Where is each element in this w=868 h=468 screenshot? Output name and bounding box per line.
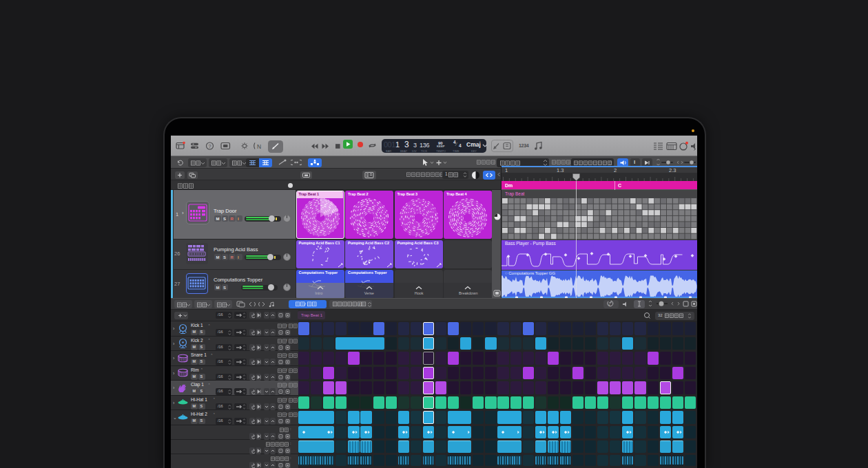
svg-text:N: N	[257, 143, 261, 150]
svg-text:?: ?	[209, 144, 211, 149]
